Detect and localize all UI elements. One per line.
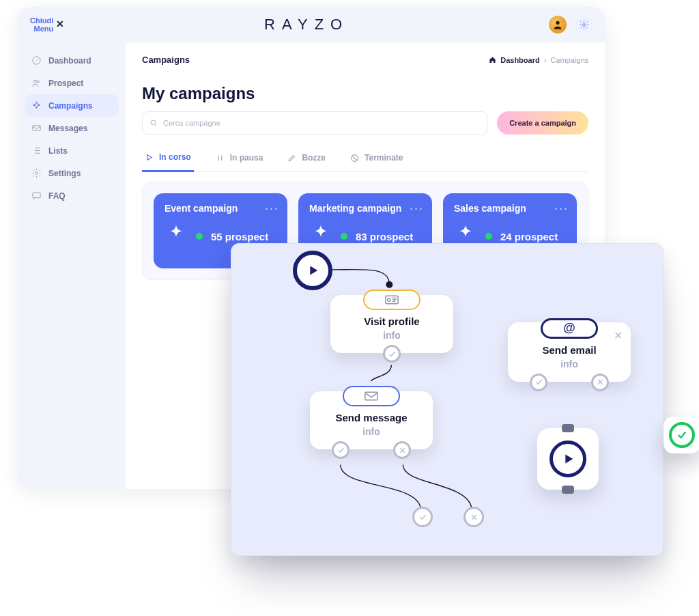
x-icon — [596, 378, 605, 387]
settings-button[interactable] — [575, 16, 593, 33]
mail-icon — [365, 391, 378, 401]
node-sub: info — [517, 359, 621, 369]
node-chip — [343, 386, 400, 406]
flow-builder-panel[interactable]: Visit profile info Send message info ✕ @… — [231, 243, 664, 556]
tab-label: Bozze — [302, 153, 326, 163]
ban-icon — [350, 154, 359, 163]
flow-port-ok[interactable] — [412, 507, 433, 527]
node-chip — [363, 290, 420, 310]
sidebar-item-lists[interactable]: Lists — [25, 139, 119, 162]
create-campaign-label: Create a campaign — [509, 119, 576, 127]
node-port-fail[interactable] — [591, 374, 609, 391]
svg-point-0 — [556, 21, 559, 25]
sidebar-item-campaigns[interactable]: Campaigns — [25, 94, 119, 117]
node-port-ok[interactable] — [383, 345, 401, 363]
at-icon: @ — [563, 321, 575, 335]
sidebar-item-label: Messages — [48, 124, 87, 133]
play-icon — [145, 153, 154, 162]
check-icon — [418, 513, 427, 522]
gear-icon — [579, 20, 589, 30]
ninja-star-icon — [165, 223, 188, 249]
card-more-button[interactable]: ··· — [554, 201, 569, 216]
tab-bozze[interactable]: Bozze — [285, 145, 328, 171]
close-menu-button[interactable]: Chiudi Menu ✕ — [30, 16, 64, 33]
close-menu-line1: Chiudi — [30, 16, 53, 25]
tab-terminate[interactable]: Terminate — [347, 145, 405, 171]
node-title: Visit profile — [340, 316, 444, 327]
node-port-fail[interactable] — [393, 441, 411, 459]
svg-rect-7 — [33, 193, 40, 198]
sparkle-icon — [31, 100, 42, 111]
campaign-count: 55 prospect — [211, 231, 268, 242]
node-port-ok[interactable] — [332, 441, 350, 459]
close-icon: ✕ — [56, 19, 64, 29]
flow-port-fail[interactable] — [463, 507, 484, 527]
flow-play-node[interactable] — [537, 428, 599, 490]
search-input[interactable]: Cerca campagne — [142, 111, 487, 135]
svg-point-4 — [38, 81, 40, 83]
campaign-count: 83 prospect — [356, 231, 413, 242]
sidebar-item-label: Campaigns — [48, 101, 93, 111]
tabs: In corso In pausa Bozze Terminate — [142, 145, 588, 172]
faq-icon — [31, 191, 42, 201]
sidebar-item-label: Settings — [48, 169, 81, 178]
flow-node-visit-profile[interactable]: Visit profile info — [330, 295, 453, 353]
flow-connectors — [231, 244, 663, 555]
node-port-ok[interactable] — [530, 374, 547, 391]
search-icon — [149, 119, 158, 127]
tab-label: In corso — [159, 152, 191, 162]
id-card-icon — [385, 295, 399, 305]
success-badge[interactable] — [664, 417, 699, 453]
sidebar: Dashboard Prospect Campaigns Messages Li… — [18, 42, 126, 489]
campaign-title: Marketing campaign — [309, 203, 421, 214]
pause-icon — [216, 154, 225, 163]
drag-handle[interactable] — [562, 486, 574, 494]
node-title: Send message — [319, 412, 423, 423]
node-title: Send email — [517, 344, 621, 356]
tab-label: Terminate — [365, 153, 403, 163]
check-icon — [337, 446, 345, 455]
sidebar-item-faq[interactable]: FAQ — [25, 184, 119, 207]
svg-rect-5 — [33, 126, 40, 131]
flow-node-send-email[interactable]: ✕ @ Send email info — [508, 322, 631, 382]
sidebar-item-label: Prospect — [48, 79, 83, 88]
sidebar-item-dashboard[interactable]: Dashboard — [25, 49, 119, 72]
x-icon — [470, 513, 479, 522]
drag-handle[interactable] — [562, 424, 574, 432]
card-more-button[interactable]: ··· — [410, 201, 424, 216]
status-dot — [341, 233, 347, 240]
check-icon — [534, 378, 543, 387]
flow-start[interactable] — [293, 251, 332, 290]
list-icon — [31, 145, 42, 156]
node-sub: info — [340, 330, 444, 341]
svg-rect-13 — [365, 392, 377, 400]
tab-in-corso[interactable]: In corso — [142, 145, 194, 172]
breadcrumb: Campaigns Dashboard › Campaigns — [142, 55, 588, 65]
tab-label: In pausa — [230, 153, 263, 163]
status-dot — [485, 233, 492, 240]
svg-point-8 — [151, 120, 156, 125]
users-icon — [31, 78, 42, 88]
sidebar-item-prospect[interactable]: Prospect — [25, 72, 119, 94]
create-campaign-button[interactable]: Create a campaign — [497, 111, 588, 135]
play-icon — [293, 251, 332, 290]
status-dot — [196, 233, 203, 240]
card-more-button[interactable]: ··· — [265, 201, 279, 216]
flow-node-send-message[interactable]: Send message info — [310, 391, 433, 449]
brand-logo: RAYZO — [264, 16, 349, 33]
sidebar-item-settings[interactable]: Settings — [25, 162, 119, 184]
pencil-icon — [287, 154, 296, 163]
user-icon — [552, 19, 563, 30]
campaign-title: Event campaign — [165, 203, 276, 214]
sidebar-item-label: Dashboard — [48, 56, 91, 66]
sidebar-item-label: FAQ — [48, 191, 66, 201]
tab-in-pausa[interactable]: In pausa — [213, 145, 266, 171]
sidebar-item-label: Lists — [48, 146, 68, 156]
breadcrumb-home[interactable]: Dashboard — [500, 56, 539, 64]
sidebar-item-messages[interactable]: Messages — [25, 117, 119, 139]
settings-icon — [31, 168, 42, 178]
avatar[interactable] — [549, 16, 567, 33]
node-close-button[interactable]: ✕ — [614, 329, 623, 342]
search-placeholder: Cerca campagne — [163, 119, 220, 127]
svg-point-10 — [386, 281, 393, 288]
